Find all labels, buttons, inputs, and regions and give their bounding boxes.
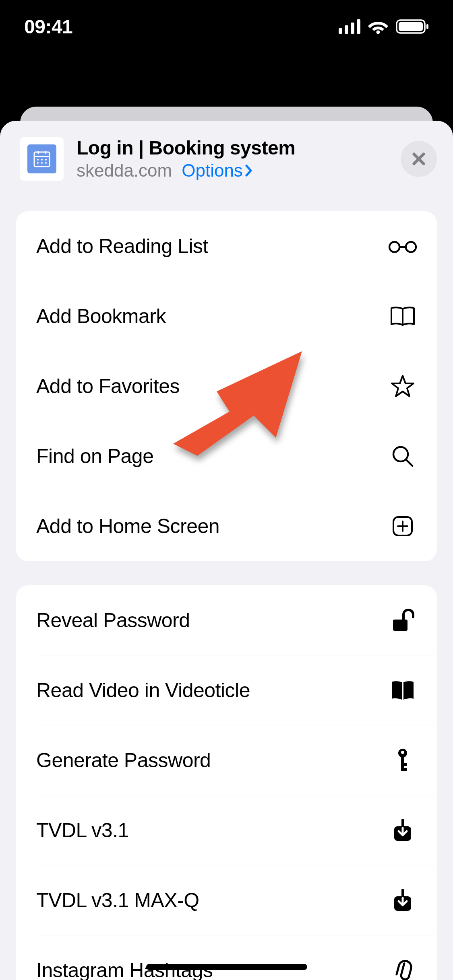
row-label: Add to Favorites [36,375,180,398]
row-label: Add to Reading List [36,235,208,258]
close-icon [411,151,427,167]
svg-point-16 [41,162,43,164]
status-time: 09:41 [24,16,72,38]
cellular-icon [339,19,360,34]
svg-point-17 [45,162,47,164]
paperclip-icon [389,956,417,980]
glasses-icon [389,232,417,260]
row-label: Add to Home Screen [36,515,219,538]
calendar-icon [27,144,56,173]
action-group-2: Reveal Password Read Video in Videoticle [16,585,437,980]
add-to-reading-list-row[interactable]: Add to Reading List [16,211,437,281]
add-bookmark-row[interactable]: Add Bookmark [16,281,437,351]
close-button[interactable] [401,141,437,177]
tvdl-row[interactable]: TVDL v3.1 [16,795,437,865]
svg-point-15 [37,162,39,164]
page-domain: skedda.com [77,161,172,181]
svg-point-14 [45,159,47,161]
status-bar: 09:41 [0,0,453,53]
svg-rect-1 [345,25,348,34]
svg-point-13 [41,159,43,161]
svg-point-4 [376,31,380,34]
sheet-header: Log in | Booking system skedda.com Optio… [0,121,453,195]
arrow-annotation [169,347,306,461]
key-icon [389,746,417,774]
book-icon [389,302,417,330]
header-text: Log in | Booking system skedda.com Optio… [77,137,401,181]
options-button[interactable]: Options [182,161,252,181]
tvdl-maxq-row[interactable]: TVDL v3.1 MAX-Q [16,865,437,935]
row-label: Find on Page [36,445,153,468]
row-label: TVDL v3.1 MAX-Q [36,889,199,912]
row-label: TVDL v3.1 [36,819,129,842]
svg-rect-26 [393,620,407,631]
wifi-icon [368,19,389,34]
sheet-content: Add to Reading List Add Bookmark [0,195,453,980]
chevron-right-icon [245,165,252,177]
download-box-icon [389,816,417,844]
svg-rect-7 [426,24,428,29]
status-icons [339,19,429,34]
star-icon [389,372,417,400]
lock-open-icon [389,606,417,634]
row-label: Read Video in Videoticle [36,679,250,702]
svg-rect-31 [401,768,407,771]
svg-rect-30 [401,763,407,766]
reveal-password-row[interactable]: Reveal Password [16,585,437,655]
site-icon [20,137,64,181]
download-box-icon [389,886,417,914]
row-label: Generate Password [36,749,211,772]
svg-line-22 [406,459,412,466]
book-fill-icon [389,676,417,704]
plus-square-icon [389,512,417,540]
instagram-hashtags-row[interactable]: Instagram Hashtags [16,935,437,980]
row-label: Add Bookmark [36,305,166,328]
svg-point-19 [406,242,416,252]
svg-point-28 [401,751,404,754]
home-indicator[interactable] [146,964,307,970]
svg-point-12 [37,159,39,161]
svg-rect-0 [339,28,342,34]
add-to-home-screen-row[interactable]: Add to Home Screen [16,491,437,561]
svg-rect-3 [357,19,360,34]
generate-password-row[interactable]: Generate Password [16,725,437,795]
battery-icon [396,19,429,34]
svg-rect-6 [399,22,423,31]
read-video-videoticle-row[interactable]: Read Video in Videoticle [16,655,437,725]
svg-point-18 [389,242,399,252]
page-title: Log in | Booking system [77,137,401,159]
search-icon [389,442,417,470]
share-sheet: Log in | Booking system skedda.com Optio… [0,121,453,980]
row-label: Reveal Password [36,609,190,632]
svg-rect-2 [351,23,354,34]
